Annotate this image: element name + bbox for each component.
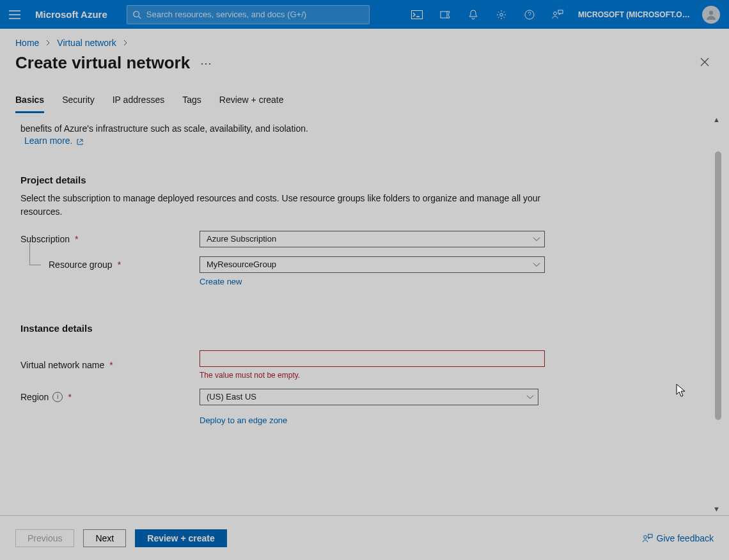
avatar[interactable] [702,6,720,24]
required-mark: * [75,234,78,244]
brand-label[interactable]: Microsoft Azure [35,9,107,20]
chevron-right-icon [123,40,128,46]
cloud-shell-icon [411,10,423,19]
label-vnet-name: Virtual network name * [20,360,200,370]
chevron-down-icon [533,260,540,269]
page-header: Create virtual network ⋯ [0,51,729,79]
external-link-icon [76,138,84,146]
form-area[interactable]: benefits of Azure's infrastructure such … [0,113,729,515]
tab-basics[interactable]: Basics [15,95,44,113]
page-actions-button[interactable]: ⋯ [200,56,212,70]
svg-point-4 [500,13,503,15]
breadcrumb-vnet[interactable]: Virtual network [57,38,116,48]
page-title: Create virtual network [15,53,190,73]
svg-point-9 [643,535,647,538]
help-button[interactable] [515,0,544,29]
resource-group-select[interactable]: MyResourceGroup [200,256,545,273]
topbar-icon-group: MICROSOFT (MICROSOFT.ONMI… [403,0,729,29]
scrollbar-thumb[interactable] [715,152,721,420]
form-scroll-wrap: ▲ benefits of Azure's infrastructure suc… [0,113,729,515]
label-rg-text: Resource group [49,260,113,270]
copilot-icon [440,10,450,20]
region-value: (US) East US [207,392,256,401]
global-search[interactable] [127,5,370,24]
copilot-button[interactable] [431,0,459,29]
notifications-button[interactable] [459,0,487,29]
create-new-rg-link[interactable]: Create new [200,277,242,286]
review-create-button[interactable]: Review + create [135,529,226,547]
wizard-footer: Previous Next Review + create Give feedb… [0,515,729,560]
hamburger-icon [9,10,20,19]
give-feedback-text: Give feedback [657,533,714,543]
page-content: Home Virtual network Create virtual netw… [0,29,729,560]
breadcrumb-sep1 [45,38,51,48]
svg-point-0 [134,11,139,17]
required-mark: * [68,392,71,402]
intro-tail: benefits of Azure's infrastructure such … [20,122,545,135]
avatar-icon [705,9,717,20]
required-mark: * [118,260,121,270]
row-resource-group: Resource group * MyResourceGroup [20,256,698,273]
global-search-input[interactable] [146,10,364,19]
azure-topbar: Microsoft Azure MICROSOFT (MICROSOFT.ONM… [0,0,729,29]
feedback-icon [643,534,653,543]
chevron-down-icon [526,392,534,401]
label-subscription-text: Subscription [20,234,70,244]
row-vnet-name: Virtual network name * The value must no… [20,350,698,380]
chevron-right-icon [45,40,51,46]
tab-ip[interactable]: IP addresses [113,95,164,113]
gear-icon [496,10,506,20]
tenant-label[interactable]: MICROSOFT (MICROSOFT.ONMI… [572,10,700,19]
svg-rect-7 [558,10,563,13]
feedback-button[interactable] [544,0,572,29]
breadcrumb: Home Virtual network [0,29,729,51]
svg-point-6 [554,12,557,15]
section-project-title: Project details [20,175,698,185]
label-subscription: Subscription * [20,234,200,244]
region-select[interactable]: (US) East US [200,389,538,405]
svg-rect-3 [441,12,447,18]
previous-button: Previous [15,529,74,547]
svg-rect-2 [412,10,423,19]
search-icon [132,10,141,19]
row-subscription: Subscription * Azure Subscription [20,231,698,247]
scroll-down-button[interactable]: ▼ [713,505,720,513]
subscription-value: Azure Subscription [207,234,276,244]
give-feedback-link[interactable]: Give feedback [643,533,714,543]
label-resource-group: Resource group * [20,260,200,270]
tab-review[interactable]: Review + create [219,95,284,113]
intro-tail-text: benefits of Azure's infrastructure such … [20,123,308,134]
svg-line-1 [138,16,141,19]
cloud-shell-button[interactable] [403,0,431,29]
next-button[interactable]: Next [83,529,126,547]
label-region-text: Region [20,392,49,402]
section-instance-title: Instance details [20,323,698,334]
tab-security[interactable]: Security [62,95,95,113]
vnet-name-error: The value must not be empty. [200,371,545,380]
svg-point-8 [709,10,713,14]
info-icon[interactable]: i [52,392,63,402]
tab-bar: Basics Security IP addresses Tags Review… [0,79,729,113]
label-vnet-name-text: Virtual network name [20,360,104,370]
subscription-select[interactable]: Azure Subscription [200,231,545,247]
close-button[interactable] [700,57,710,70]
breadcrumb-sep2 [123,38,128,48]
help-icon [524,10,535,20]
row-region: Region i * (US) East US [20,389,698,405]
hamburger-button[interactable] [0,0,29,29]
section-project-sub: Select the subscription to manage deploy… [20,192,545,218]
person-feedback-icon [552,10,563,20]
learn-more-link[interactable]: Learn more. [24,136,84,146]
required-mark: * [109,360,113,370]
bell-icon [468,10,478,20]
learn-more-text: Learn more. [24,136,72,146]
tab-tags[interactable]: Tags [182,95,201,113]
breadcrumb-home[interactable]: Home [15,38,39,48]
vnet-name-input[interactable] [200,350,545,367]
deploy-edge-zone-link[interactable]: Deploy to an edge zone [200,416,287,425]
label-region: Region i * [20,392,200,402]
rg-value: MyResourceGroup [207,260,276,269]
chevron-down-icon [533,234,540,244]
close-icon [700,57,710,67]
settings-button[interactable] [487,0,515,29]
